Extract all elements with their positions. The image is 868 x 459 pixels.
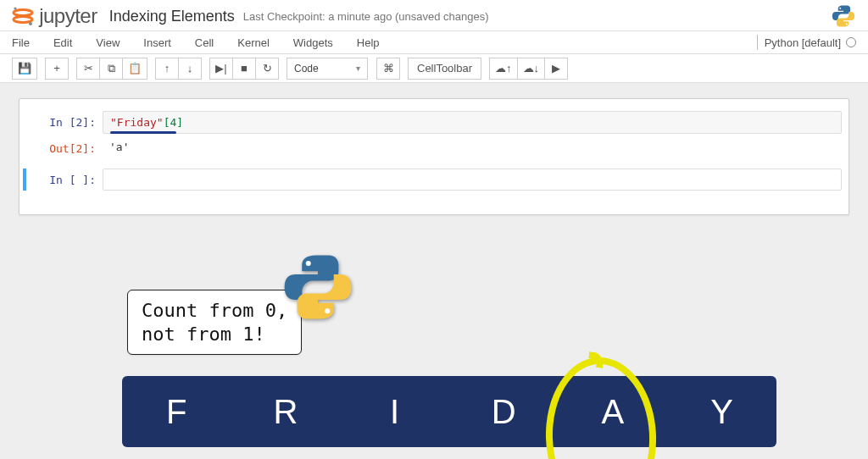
out-prompt: Out[2]: (26, 137, 103, 155)
svg-point-0 (14, 10, 32, 16)
in-prompt: In [2]: (26, 111, 103, 129)
command-palette-button[interactable]: ⌘ (376, 58, 400, 80)
keyboard-icon: ⌘ (383, 62, 394, 75)
move-down-button[interactable]: ↓ (178, 58, 202, 80)
jupyter-planet-icon (12, 5, 34, 27)
restart-icon: ↻ (263, 62, 272, 75)
arrow-down-icon: ↓ (187, 62, 193, 75)
kernel-name-label: Python [default] (765, 36, 841, 49)
string-index-diagram: F R I D A Y 0 1 2 3 4 5 (122, 376, 776, 459)
cloud-upload-icon: ☁↑ (495, 62, 512, 75)
notebook-area: In [2]: "Friday"[4] Out[2]: 'a' In [ ]: (0, 83, 868, 459)
interrupt-button[interactable]: ■ (232, 58, 256, 80)
letter-cell: R (231, 393, 341, 431)
code-input[interactable]: "Friday"[4] (103, 111, 842, 134)
kernel-indicator[interactable]: Python [default] (757, 35, 856, 50)
svg-point-1 (14, 17, 32, 23)
upload-button[interactable]: ☁↑ (489, 58, 518, 80)
checkpoint-status: Last Checkpoint: a minute ago (unsaved c… (243, 10, 489, 23)
python-icon (280, 249, 356, 325)
menu-cell[interactable]: Cell (195, 36, 227, 49)
menu-edit[interactable]: Edit (53, 36, 86, 49)
cell-toolbar-button[interactable]: CellToolbar (408, 58, 481, 80)
cloud-download-icon: ☁↓ (523, 62, 540, 75)
present-button[interactable]: ▶ (544, 58, 568, 80)
insert-cell-button[interactable]: + (45, 58, 69, 80)
letter-cell: F (122, 393, 231, 431)
menu-help[interactable]: Help (357, 36, 393, 49)
save-icon: 💾 (18, 62, 31, 75)
annotation: Count from 0, not from 1! (127, 290, 302, 355)
output-row: Out[2]: 'a' (26, 137, 842, 157)
python-icon (831, 3, 856, 29)
token-bracket-close: ] (176, 116, 183, 129)
copy-button[interactable]: ⧉ (99, 58, 123, 80)
arrow-up-icon: ↑ (164, 62, 170, 75)
code-input[interactable] (103, 169, 842, 191)
download-button[interactable]: ☁↓ (517, 58, 546, 80)
menu-insert[interactable]: Insert (143, 36, 185, 49)
highlight-stroke (587, 351, 604, 368)
run-step-icon: ▶| (215, 62, 226, 75)
emphasis-underline (110, 131, 176, 134)
paste-button[interactable]: 📋 (122, 58, 147, 80)
cell-toolbar-label: CellToolbar (417, 62, 472, 75)
letter-cell: A (559, 393, 668, 431)
stop-icon: ■ (241, 62, 248, 75)
run-step-button[interactable]: ▶| (209, 58, 233, 80)
cell-type-value: Code (294, 63, 319, 75)
notebook-panel: In [2]: "Friday"[4] Out[2]: 'a' In [ ]: (19, 98, 849, 215)
svg-point-3 (29, 22, 32, 25)
annotation-text: Count from 0, not from 1! (127, 290, 302, 355)
play-icon: ▶ (552, 62, 560, 75)
svg-point-6 (306, 261, 311, 266)
copy-icon: ⧉ (108, 62, 115, 75)
svg-point-5 (846, 23, 848, 25)
letter-cell: Y (667, 393, 776, 431)
jupyter-logo[interactable]: jupyter (12, 4, 97, 28)
paste-icon: 📋 (128, 62, 142, 75)
code-cell[interactable]: In [2]: "Friday"[4] (26, 111, 842, 134)
menu-widgets[interactable]: Widgets (293, 36, 347, 49)
toolbar: 💾 + ✂ ⧉ 📋 ↑ ↓ ▶| ■ ↻ Code ⌘ CellToolbar … (0, 54, 868, 83)
svg-point-2 (14, 7, 16, 9)
menu-file[interactable]: File (12, 36, 43, 49)
in-prompt: In [ ]: (26, 169, 103, 186)
token-string: "Friday" (110, 116, 164, 129)
cut-button[interactable]: ✂ (76, 58, 100, 80)
notebook-header: jupyter Indexing Elements Last Checkpoin… (0, 0, 868, 30)
output-text: 'a' (103, 137, 842, 157)
svg-point-4 (839, 8, 841, 9)
svg-point-7 (325, 308, 330, 313)
cut-icon: ✂ (84, 62, 93, 75)
jupyter-wordmark: jupyter (34, 4, 97, 28)
letter-cell: I (340, 393, 449, 431)
menu-kernel[interactable]: Kernel (237, 36, 283, 49)
kernel-status-icon (846, 37, 856, 47)
code-cell[interactable]: In [ ]: (26, 169, 842, 191)
letters-row: F R I D A Y (122, 376, 776, 447)
menubar: File Edit View Insert Cell Kernel Widget… (0, 30, 868, 54)
save-button[interactable]: 💾 (12, 58, 37, 80)
notebook-title[interactable]: Indexing Elements (109, 8, 235, 25)
restart-button[interactable]: ↻ (255, 58, 279, 80)
menu-view[interactable]: View (96, 36, 133, 49)
letter-cell: D (449, 393, 559, 431)
plus-icon: + (53, 62, 60, 75)
move-up-button[interactable]: ↑ (155, 58, 179, 80)
cell-type-select[interactable]: Code (287, 58, 368, 80)
